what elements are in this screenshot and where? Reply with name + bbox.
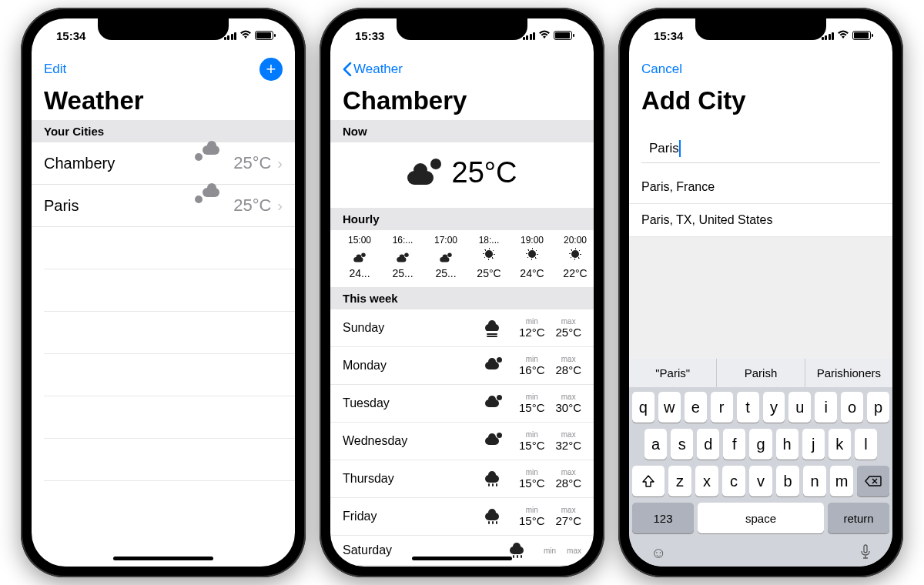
key-f[interactable]: f xyxy=(723,429,745,460)
hourly-forecast[interactable]: 15:00 24... 16:... 25... 17:00 25... 18:… xyxy=(330,230,594,287)
week-row: Monday min16°C max28°C xyxy=(330,347,594,385)
keyboard-suggestion[interactable]: "Paris" xyxy=(629,359,717,387)
numbers-key[interactable]: 123 xyxy=(632,503,694,533)
return-key[interactable]: return xyxy=(828,503,889,533)
now-header: Now xyxy=(330,120,594,142)
week-day: Saturday xyxy=(343,543,505,557)
hourly-cell: 16:... 25... xyxy=(381,235,424,279)
search-result[interactable]: Paris, TX, United States xyxy=(629,204,892,237)
week-day: Sunday xyxy=(343,321,480,335)
hourly-cell: 18:... 25°C xyxy=(467,235,511,279)
back-button[interactable]: Weather xyxy=(343,62,403,77)
page-title: Add City xyxy=(629,86,892,120)
max-temp: 32°C xyxy=(555,439,581,452)
key-c[interactable]: c xyxy=(722,466,745,496)
hour-label: 19:00 xyxy=(511,235,554,246)
shift-key[interactable] xyxy=(632,466,665,496)
wifi-icon xyxy=(538,30,551,41)
min-temp: 16°C xyxy=(519,363,545,376)
key-n[interactable]: n xyxy=(803,466,826,496)
key-s[interactable]: s xyxy=(671,429,693,460)
key-o[interactable]: o xyxy=(841,392,863,423)
key-u[interactable]: u xyxy=(788,392,811,423)
key-e[interactable]: e xyxy=(685,392,707,423)
empty-rows xyxy=(32,227,295,481)
key-w[interactable]: w xyxy=(658,392,681,423)
search-result[interactable]: Paris, France xyxy=(629,171,892,204)
space-key[interactable]: space xyxy=(698,503,824,533)
cloud-sun-icon xyxy=(485,399,499,407)
key-g[interactable]: g xyxy=(749,429,772,460)
city-temp: 25°C xyxy=(233,196,271,216)
key-k[interactable]: k xyxy=(829,429,851,460)
rain-icon xyxy=(485,513,499,520)
key-l[interactable]: l xyxy=(855,429,877,460)
week-row: Thursday min15°C max28°C xyxy=(330,460,594,498)
key-a[interactable]: a xyxy=(644,429,667,460)
key-z[interactable]: z xyxy=(668,466,691,496)
hourly-cell: 17:00 25... xyxy=(424,235,467,279)
home-indicator[interactable] xyxy=(412,557,512,560)
key-d[interactable]: d xyxy=(697,429,719,460)
now-block: 25°C xyxy=(330,142,594,208)
key-b[interactable]: b xyxy=(776,466,799,496)
chevron-right-icon: › xyxy=(277,197,283,215)
key-q[interactable]: q xyxy=(632,392,654,423)
max-temp: 28°C xyxy=(555,476,581,490)
max-temp: 25°C xyxy=(555,326,581,339)
wifi-icon xyxy=(837,30,849,41)
key-i[interactable]: i xyxy=(815,392,837,423)
add-city-button[interactable]: + xyxy=(259,58,283,81)
sun-icon xyxy=(485,250,493,258)
status-time: 15:34 xyxy=(654,29,683,42)
chevron-right-icon: › xyxy=(277,155,283,172)
week-row: Saturday min max xyxy=(330,536,594,566)
sun-icon xyxy=(571,250,579,258)
section-header: Your Cities xyxy=(32,120,295,142)
week-day: Monday xyxy=(343,359,480,373)
emoji-key[interactable]: ☺ xyxy=(651,544,666,563)
city-row[interactable]: Paris 25°C › xyxy=(32,185,295,227)
min-temp: 15°C xyxy=(519,514,545,527)
hour-temp: 22°C xyxy=(554,267,594,279)
key-p[interactable]: p xyxy=(867,392,889,423)
keyboard-suggestion[interactable]: Parish xyxy=(717,359,805,387)
city-search-input[interactable]: Paris xyxy=(641,134,880,163)
delete-key[interactable] xyxy=(857,466,889,496)
edit-button[interactable]: Edit xyxy=(44,62,66,77)
key-t[interactable]: t xyxy=(737,392,759,423)
hourly-cell: 20:00 22°C xyxy=(554,235,594,279)
hourly-cell: 15:00 24... xyxy=(338,235,381,279)
cloud-sun-icon xyxy=(485,362,499,369)
key-r[interactable]: r xyxy=(711,392,733,423)
key-h[interactable]: h xyxy=(776,429,798,460)
hour-label: 18:... xyxy=(467,235,511,246)
keyboard-suggestion[interactable]: Parishioners xyxy=(805,359,892,387)
key-j[interactable]: j xyxy=(802,429,825,460)
key-x[interactable]: x xyxy=(695,466,718,496)
min-temp: 15°C xyxy=(519,401,545,414)
hourly-header: Hourly xyxy=(330,208,594,230)
search-value: Paris xyxy=(649,141,679,156)
key-y[interactable]: y xyxy=(763,392,785,423)
city-row[interactable]: Chambery 25°C › xyxy=(32,142,295,185)
dictation-key[interactable] xyxy=(860,544,871,563)
status-time: 15:33 xyxy=(355,29,384,42)
cloud-sun-icon xyxy=(440,254,451,262)
battery-icon xyxy=(554,31,572,40)
fog-icon xyxy=(485,324,499,332)
cancel-button[interactable]: Cancel xyxy=(641,62,682,77)
battery-icon xyxy=(255,31,273,40)
chevron-left-icon xyxy=(343,62,352,76)
min-temp: 15°C xyxy=(519,439,545,452)
key-v[interactable]: v xyxy=(749,466,772,496)
notch xyxy=(695,18,826,40)
phone-detail: 15:33 Weather Chambery Now 25°C Hourly 1… xyxy=(320,8,604,577)
hour-temp: 25... xyxy=(381,267,424,279)
page-title: Chambery xyxy=(330,86,594,120)
key-m[interactable]: m xyxy=(830,466,853,496)
home-indicator[interactable] xyxy=(113,557,213,560)
battery-icon xyxy=(852,31,871,40)
hour-label: 15:00 xyxy=(338,235,381,246)
week-day: Thursday xyxy=(343,472,480,486)
